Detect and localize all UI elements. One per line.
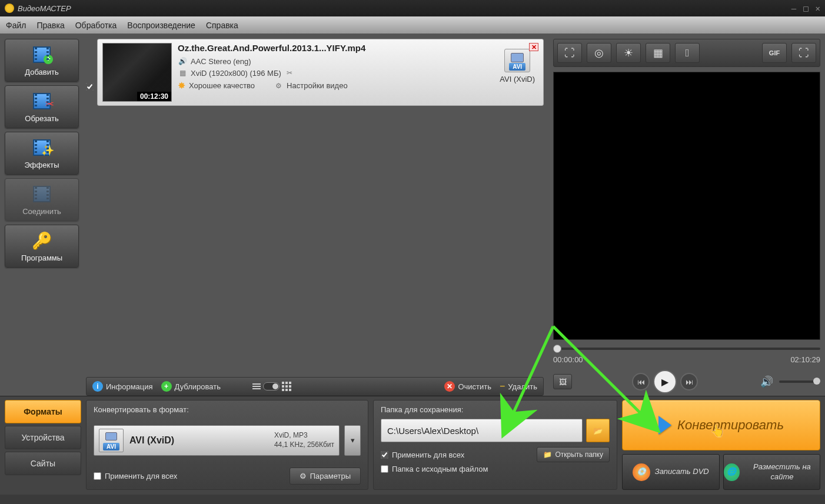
gear-icon[interactable]: ⚙ <box>274 81 283 91</box>
film-icon: ▦ <box>178 68 187 78</box>
delete-icon: − <box>500 381 505 392</box>
tab-formats[interactable]: Форматы <box>5 400 81 423</box>
thumbnail-duration: 00:12:30 <box>137 92 171 101</box>
format-icon: AVI <box>99 429 124 452</box>
menu-process[interactable]: Обработка <box>75 21 117 30</box>
snapshot-button[interactable]: 🖼 <box>553 374 572 389</box>
time-current: 00:00:00 <box>553 355 583 364</box>
menu-bar: Файл Правка Обработка Воспроизведение Сп… <box>0 16 825 34</box>
prev-button[interactable]: ⏮ <box>632 373 650 390</box>
file-output-format[interactable]: AVI AVI (XviD) <box>496 43 538 102</box>
browse-button[interactable]: 📂 <box>586 419 610 442</box>
tool-watermark[interactable]: ◎ <box>587 43 611 63</box>
clear-icon: ✕ <box>444 381 455 392</box>
film-join-icon <box>33 186 51 202</box>
format-panel: Конвертировать в формат: AVI AVI (XviD) … <box>86 400 368 490</box>
tool-gif[interactable]: GIF <box>762 43 787 63</box>
sidebar-effects[interactable]: ✨ Эффекты <box>5 132 79 175</box>
brightness-icon: ☀ <box>624 46 633 59</box>
toolbar-duplicate[interactable]: +Дублировать <box>161 381 221 392</box>
toolbar-delete[interactable]: −Удалить <box>500 381 537 392</box>
open-folder-button[interactable]: 📁Открыть папку <box>537 447 610 462</box>
menu-edit[interactable]: Правка <box>36 21 64 30</box>
film-add-icon: + <box>33 46 51 63</box>
format-apply-all[interactable]: Применить для всех <box>94 472 177 480</box>
play-button[interactable]: ▶ <box>653 370 677 393</box>
sidebar-join[interactable]: Соединить <box>5 178 79 221</box>
params-button[interactable]: ⚙Параметры <box>290 468 361 485</box>
burn-dvd-button[interactable]: 💿 Записать DVD <box>622 454 720 490</box>
preview-video[interactable] <box>553 72 820 340</box>
file-title: Oz.the.Great.And.Powerful.2013.1...YIFY.… <box>178 43 490 53</box>
format-selector[interactable]: AVI AVI (XviD) XviD, MP3 44,1 KHz, 256Кб… <box>94 425 340 456</box>
tool-crop[interactable]: ⛶ <box>557 43 582 63</box>
scissors-icon[interactable]: ✂ <box>285 68 294 78</box>
tool-fullscreen[interactable]: ⛶ <box>791 43 816 63</box>
film-fx-icon: ✨ <box>33 139 51 156</box>
tab-devices[interactable]: Устройства <box>5 426 81 449</box>
image-icon: 🖼 <box>559 378 567 386</box>
mute-button[interactable]: 🔊 <box>758 373 776 390</box>
sidebar-trim[interactable]: ✂ Обрезать <box>5 85 79 128</box>
maximize-button[interactable]: □ <box>803 4 808 13</box>
volume-slider[interactable] <box>779 380 820 383</box>
fullscreen-icon: ⛶ <box>799 47 809 59</box>
watermark-icon: ◎ <box>594 46 604 59</box>
file-checkbox[interactable] <box>86 83 94 91</box>
tab-sites[interactable]: Сайты <box>5 452 81 475</box>
format-panel-label: Конвертировать в формат: <box>94 405 361 414</box>
sidebar-add[interactable]: + Добавить <box>5 39 79 82</box>
next-button[interactable]: ⏭ <box>680 373 698 390</box>
globe-icon: 🌐 <box>724 463 740 481</box>
app-title: ВидеоМАСТЕР <box>18 4 71 13</box>
effects-icon: ▦ <box>653 46 663 59</box>
key-icon: 🔑 <box>29 230 55 251</box>
time-total: 02:10:29 <box>790 355 820 364</box>
preview-seek-slider[interactable] <box>553 345 820 353</box>
minimize-button[interactable]: — <box>791 4 796 13</box>
folder-icon: 📂 <box>593 426 603 435</box>
list-toolbar: iИнформация +Дублировать ✕Очистить −Удал… <box>86 377 544 396</box>
menu-playback[interactable]: Воспроизведение <box>127 21 195 30</box>
file-thumbnail: 00:12:30 <box>102 43 172 102</box>
gif-icon: GIF <box>769 49 780 56</box>
menu-file[interactable]: Файл <box>6 21 26 30</box>
file-quality: Хорошее качество <box>189 81 255 90</box>
file-video: XviD (1920x800) (196 МБ) <box>191 69 281 78</box>
publish-button[interactable]: 🌐 Разместить на сайте <box>723 454 821 490</box>
save-panel: Папка для сохранения: C:\Users\Alex\Desk… <box>373 400 617 490</box>
save-path-input[interactable]: C:\Users\Alex\Desktop\ <box>381 419 583 442</box>
speed-icon: 𖦏 <box>686 47 690 59</box>
sidebar-programs[interactable]: 🔑 Программы <box>5 225 79 268</box>
view-mode-toggle[interactable] <box>252 382 291 391</box>
save-same-folder[interactable]: Папка с исходным файлом <box>381 465 610 473</box>
file-list-area: 00:12:30 Oz.the.Great.And.Powerful.2013.… <box>84 39 548 396</box>
file-remove-button[interactable]: ✕ <box>529 43 538 51</box>
close-button[interactable]: ✕ <box>816 4 820 13</box>
tool-effects[interactable]: ▦ <box>646 43 670 63</box>
play-arrow-icon <box>658 416 671 435</box>
tool-speed[interactable]: 𖦏 <box>675 43 700 63</box>
dvd-icon: 💿 <box>633 463 650 481</box>
app-icon <box>5 4 14 13</box>
file-row[interactable]: 00:12:30 Oz.the.Great.And.Powerful.2013.… <box>97 39 544 106</box>
title-bar: ВидеоМАСТЕР — □ ✕ <box>0 0 825 16</box>
speaker-icon: 🔊 <box>178 56 187 66</box>
file-settings-link[interactable]: Настройки видео <box>287 81 348 90</box>
format-dropdown-arrow[interactable]: ▾ <box>344 425 361 456</box>
toolbar-clear[interactable]: ✕Очистить <box>444 381 491 392</box>
preview-pane: ⛶ ◎ ☀ ▦ 𖦏 GIF ⛶ 00:00:00 02:10:29 🖼 ⏮ ▶ … <box>548 39 825 396</box>
left-sidebar: + Добавить ✂ Обрезать ✨ Эффекты Соединит… <box>0 39 84 396</box>
crop-icon: ⛶ <box>564 47 575 59</box>
toolbar-info[interactable]: iИнформация <box>92 381 153 392</box>
save-apply-all[interactable]: Применить для всех <box>381 450 464 459</box>
star-icon: ✸ <box>178 80 185 91</box>
save-panel-label: Папка для сохранения: <box>381 405 610 414</box>
menu-help[interactable]: Справка <box>206 21 238 30</box>
gear-icon: ⚙ <box>300 472 307 480</box>
cursor-icon: 👆 <box>710 423 725 438</box>
bottom-panel: Форматы Устройства Сайты Конвертировать … <box>0 396 825 495</box>
tool-brightness[interactable]: ☀ <box>616 43 641 63</box>
file-audio: AAC Stereo (eng) <box>191 57 251 66</box>
info-icon: i <box>92 381 103 392</box>
